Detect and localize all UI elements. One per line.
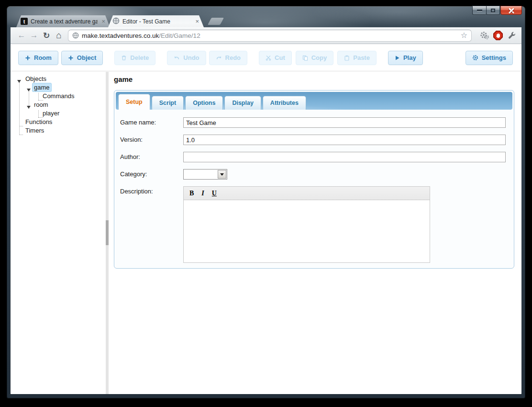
add-object-button[interactable]: Object: [61, 51, 103, 65]
description-label: Description:: [120, 186, 183, 263]
quest-editor-page: Room Object Delete Undo: [11, 45, 521, 394]
browser-chrome-body: ← → ↻ ⌂ make.textadventures.co.uk/Edit/G…: [11, 27, 521, 394]
back-button[interactable]: ←: [15, 31, 28, 40]
close-button[interactable]: [500, 6, 522, 15]
maximize-icon: [491, 9, 495, 12]
tree-connector: [19, 126, 23, 126]
play-icon: [395, 55, 400, 61]
description-textarea[interactable]: [184, 200, 430, 262]
richtext-toolbar: B I U: [184, 187, 430, 200]
redo-button[interactable]: Redo: [209, 51, 248, 65]
browser-tab-title: Editor - Test Game: [122, 18, 191, 25]
browser-tab-editor[interactable]: Editor - Test Game ×: [108, 15, 204, 27]
underline-button[interactable]: U: [212, 190, 217, 197]
version-label: Version:: [120, 135, 183, 145]
cut-button[interactable]: Cut: [259, 51, 292, 65]
paste-button[interactable]: Paste: [337, 51, 377, 65]
author-label: Author:: [120, 152, 183, 162]
maximize-button[interactable]: [486, 6, 500, 15]
trash-icon: [121, 55, 127, 61]
description-editor: B I U: [183, 186, 430, 263]
close-icon: [509, 8, 514, 13]
plus-icon: [25, 55, 31, 61]
game-name-label: Game name:: [120, 117, 183, 128]
adblock-stop-icon[interactable]: [493, 30, 503, 41]
tree-item-game[interactable]: game: [33, 83, 51, 91]
tree-item-objects[interactable]: Objects: [24, 74, 48, 83]
window-titlebar[interactable]: t Create a text adventure gam × Editor -…: [7, 6, 525, 27]
delete-button[interactable]: Delete: [114, 51, 155, 65]
tree-connector: [38, 110, 39, 117]
tree-connector: [19, 135, 23, 135]
new-tab-button[interactable]: [208, 18, 224, 25]
copy-button[interactable]: Copy: [296, 51, 334, 65]
textadventures-favicon-icon: t: [21, 18, 28, 25]
object-tree: Objects game Commands room player Functi…: [11, 72, 105, 394]
undo-button[interactable]: Undo: [167, 51, 206, 65]
tree-item-room[interactable]: room: [33, 100, 50, 109]
tab-setup[interactable]: Setup: [118, 94, 150, 110]
refresh-button[interactable]: ↻: [40, 31, 53, 41]
browser-tab-title: Create a text adventure gam: [31, 18, 98, 25]
panel-splitter[interactable]: [105, 72, 110, 394]
tree-item-player[interactable]: player: [41, 109, 61, 117]
dropdown-button[interactable]: [218, 170, 226, 179]
version-field[interactable]: [183, 135, 506, 145]
tree-expander-icon[interactable]: [27, 106, 31, 109]
browser-navbar: ← → ↻ ⌂ make.textadventures.co.uk/Edit/G…: [11, 27, 521, 44]
play-button[interactable]: Play: [388, 51, 423, 65]
url-host: make.textadventures.co.uk: [82, 32, 159, 39]
editor-main-pane: game Setup Script Options Display Attrib…: [110, 72, 521, 394]
editor-tabbar: Setup Script Options Display Attributes: [116, 92, 512, 110]
setup-tab-content: Game name: Version: Author:: [114, 111, 514, 263]
bookmark-star-icon[interactable]: ☆: [461, 32, 467, 39]
tab-close-icon[interactable]: ×: [194, 18, 200, 25]
editor-toolbar: Room Object Delete Undo: [11, 45, 521, 71]
game-name-field[interactable]: [183, 117, 506, 128]
address-bar[interactable]: make.textadventures.co.uk/Edit/Game/12 ☆: [68, 30, 472, 42]
settings-button[interactable]: Settings: [466, 51, 513, 65]
globe-favicon-icon: [112, 17, 120, 26]
bold-button[interactable]: B: [189, 190, 194, 197]
tab-script[interactable]: Script: [152, 96, 184, 110]
tab-options[interactable]: Options: [185, 96, 223, 110]
page-title: game: [114, 75, 133, 83]
tree-connector: [38, 93, 39, 100]
add-room-button[interactable]: Room: [18, 51, 58, 65]
tree-expander-icon[interactable]: [17, 80, 21, 83]
category-select[interactable]: [183, 169, 227, 180]
italic-button[interactable]: I: [201, 190, 204, 197]
gear-icon: [472, 55, 478, 61]
tree-expander-icon[interactable]: [27, 89, 31, 91]
copy-icon: [302, 55, 308, 61]
tree-item-commands[interactable]: Commands: [41, 91, 76, 100]
category-selected-value: [184, 170, 217, 179]
browser-tab-create-adventure[interactable]: t Create a text adventure gam ×: [16, 15, 110, 27]
editor-workspace: Objects game Commands room player Functi…: [11, 72, 521, 394]
tree-item-timers[interactable]: Timers: [24, 126, 45, 135]
editor-tab-panel: Setup Script Options Display Attributes …: [114, 90, 514, 269]
undo-icon: [174, 55, 180, 61]
minimize-icon: [477, 10, 482, 11]
forward-button[interactable]: →: [28, 31, 40, 40]
home-button[interactable]: ⌂: [53, 30, 65, 41]
paste-icon: [344, 55, 350, 61]
tab-close-icon[interactable]: ×: [100, 18, 106, 25]
desktop-background: t Create a text adventure gam × Editor -…: [0, 0, 532, 407]
plus-icon: [68, 55, 74, 61]
url-path: /Edit/Game/12: [159, 32, 200, 39]
site-globe-icon: [72, 32, 79, 39]
minimize-button[interactable]: [472, 6, 486, 15]
wrench-menu-icon[interactable]: [506, 30, 517, 41]
category-label: Category:: [120, 169, 183, 180]
tree-item-functions[interactable]: Functions: [24, 117, 54, 126]
scissors-icon: [266, 55, 271, 61]
tab-attributes[interactable]: Attributes: [263, 96, 306, 110]
splitter-handle[interactable]: [106, 220, 109, 245]
gears-extension-icon[interactable]: [479, 30, 490, 41]
redo-icon: [216, 55, 222, 61]
author-field[interactable]: [183, 152, 506, 162]
browser-window: t Create a text adventure gam × Editor -…: [7, 6, 525, 398]
window-controls: [472, 6, 522, 15]
tab-display[interactable]: Display: [224, 96, 261, 110]
